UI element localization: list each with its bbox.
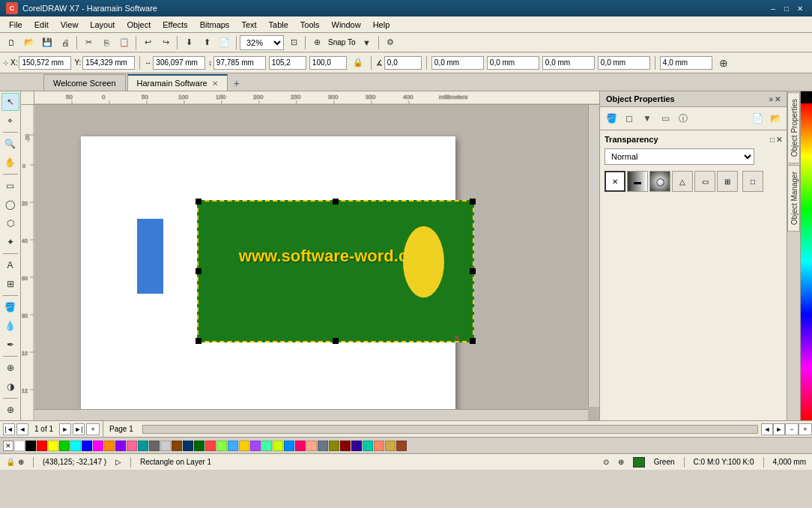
tool-blend[interactable]: ⊕: [1, 359, 19, 377]
snap-dropdown[interactable]: ▼: [359, 34, 375, 51]
trans-rect-icon[interactable]: ▭: [694, 171, 715, 192]
tool-node[interactable]: ⌖: [1, 112, 19, 130]
color-azure[interactable]: [284, 441, 294, 451]
color-teal[interactable]: [138, 441, 148, 451]
color-cyan[interactable]: [70, 441, 81, 451]
trans-radial-icon[interactable]: ◯: [649, 171, 670, 192]
menu-text[interactable]: Text: [235, 19, 262, 31]
color-magenta[interactable]: [93, 441, 103, 451]
transparency-dropdown[interactable]: Normal None Multiply Add Subtract Differ…: [605, 148, 754, 165]
menu-table[interactable]: Table: [263, 19, 294, 31]
side-tab-obj-properties[interactable]: Object Properties: [787, 92, 800, 163]
zoom-in-button[interactable]: +: [799, 423, 812, 435]
fill-icon[interactable]: 🪣: [603, 110, 619, 127]
color-coral[interactable]: [205, 441, 216, 451]
shape-icon[interactable]: ▭: [657, 110, 673, 127]
load-icon[interactable]: 📂: [767, 110, 784, 127]
save-button[interactable]: 💾: [39, 34, 55, 51]
w-input[interactable]: [153, 56, 205, 70]
maximize-button[interactable]: □: [781, 3, 793, 13]
import-button[interactable]: ⬇: [181, 34, 197, 51]
scroll-bottom[interactable]: [34, 409, 588, 420]
color-dark-gray[interactable]: [149, 441, 160, 451]
menu-tools[interactable]: Tools: [294, 19, 326, 31]
tool-rectangle[interactable]: ▭: [1, 177, 19, 195]
trans-conical-icon[interactable]: △: [672, 171, 693, 192]
trans-extra-check[interactable]: □: [742, 171, 763, 192]
menu-object[interactable]: Object: [121, 19, 157, 31]
zoom-fit-button[interactable]: ⊡: [285, 34, 302, 51]
color-brown[interactable]: [172, 441, 182, 451]
color-salmon[interactable]: [374, 441, 384, 451]
pct2-input[interactable]: [309, 56, 347, 70]
color-lime[interactable]: [216, 441, 227, 451]
redo-button[interactable]: ↪: [157, 34, 174, 51]
filter-icon[interactable]: ▼: [639, 110, 655, 127]
panel-expand-icon[interactable]: »: [769, 95, 773, 103]
export-button[interactable]: ⬆: [199, 34, 215, 51]
color-gold[interactable]: [239, 441, 249, 451]
menu-view[interactable]: View: [55, 19, 85, 31]
color-white[interactable]: [14, 441, 25, 451]
undo-button[interactable]: ↩: [139, 34, 156, 51]
snap-button[interactable]: ⊕: [309, 34, 325, 51]
tab-welcome[interactable]: Welcome Screen: [43, 74, 126, 91]
open-button[interactable]: 📂: [21, 34, 37, 51]
tool-transparency[interactable]: ◑: [1, 378, 19, 396]
color-chartreuse[interactable]: [273, 441, 283, 451]
tool-text[interactable]: A: [1, 256, 19, 274]
y-input[interactable]: 154,329 mm: [82, 56, 135, 70]
paste-button[interactable]: 📋: [116, 34, 133, 51]
color-slate[interactable]: [318, 441, 328, 451]
lock-ratio-button[interactable]: 🔒: [350, 55, 366, 71]
summary-icon[interactable]: ⓘ: [675, 110, 691, 127]
cut-button[interactable]: ✂: [80, 34, 97, 51]
color-khaki[interactable]: [385, 441, 396, 451]
menu-window[interactable]: Window: [326, 19, 367, 31]
color-orange[interactable]: [104, 441, 115, 451]
angle-input[interactable]: [384, 56, 422, 70]
color-violet[interactable]: [250, 441, 261, 451]
trans-uniform-icon[interactable]: ✕: [605, 171, 625, 192]
color-mint[interactable]: [261, 441, 272, 451]
color-sky[interactable]: [228, 441, 238, 451]
options-button[interactable]: ⚙: [382, 34, 399, 51]
color-purple[interactable]: [115, 441, 126, 451]
color-peach[interactable]: [306, 441, 317, 451]
page-add-button[interactable]: +: [86, 423, 100, 435]
tool-table[interactable]: ⊞: [1, 275, 19, 293]
zoom-out-button[interactable]: −: [785, 423, 799, 435]
page-prev-button[interactable]: ◄: [16, 423, 28, 435]
panel-close-icon[interactable]: ✕: [775, 95, 781, 103]
stroke-icon[interactable]: ◻: [621, 110, 637, 127]
pos3-input[interactable]: [542, 56, 595, 70]
tool-plus[interactable]: ⊕: [1, 401, 19, 419]
color-forest[interactable]: [194, 441, 204, 451]
tab-haramain[interactable]: Haramain Software ✕: [127, 74, 228, 91]
copy-button[interactable]: ⎘: [98, 34, 115, 51]
menu-layout[interactable]: Layout: [84, 19, 121, 31]
color-rose[interactable]: [295, 441, 306, 451]
no-color-button[interactable]: ✕: [3, 441, 13, 451]
page-first-button[interactable]: |◄: [3, 423, 15, 435]
tab-add-button[interactable]: +: [229, 76, 244, 91]
close-button[interactable]: ✕: [794, 3, 806, 13]
menu-help[interactable]: Help: [367, 19, 396, 31]
more-options-button[interactable]: ⊕: [715, 55, 732, 71]
color-blue[interactable]: [82, 441, 92, 451]
tool-polygon[interactable]: ⬡: [1, 214, 19, 232]
pos1-input[interactable]: [431, 56, 484, 70]
color-olive[interactable]: [329, 441, 339, 451]
tool-star[interactable]: ✦: [1, 233, 19, 251]
new-button[interactable]: 🗋: [3, 34, 19, 51]
pct1-input[interactable]: [269, 56, 306, 70]
color-maroon[interactable]: [340, 441, 351, 451]
page-last-button[interactable]: ►|: [73, 423, 85, 435]
color-turquoise[interactable]: [363, 441, 373, 451]
color-indigo[interactable]: [351, 441, 362, 451]
menu-edit[interactable]: Edit: [28, 19, 55, 31]
trans-linear-icon[interactable]: ▬: [627, 171, 648, 192]
tool-pan[interactable]: ✋: [1, 154, 19, 172]
tool-outline[interactable]: ✒: [1, 336, 19, 354]
color-black[interactable]: [25, 441, 36, 451]
